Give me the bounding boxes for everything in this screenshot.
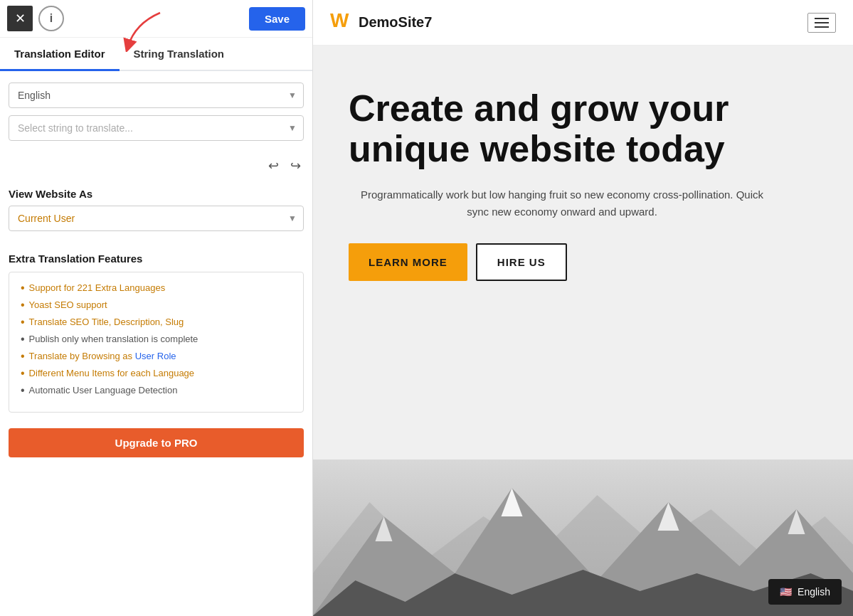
feature-text: Different Menu Items for each Language	[29, 368, 194, 378]
right-panel: W DemoSite7 Create and grow your unique …	[313, 0, 853, 616]
form-area: English ▼ Select string to translate... …	[0, 71, 312, 154]
site-header: W DemoSite7	[313, 0, 853, 46]
string-select[interactable]: Select string to translate...	[9, 115, 304, 141]
feature-item: Translate SEO Title, Description, Slug	[21, 317, 292, 328]
logo-icon: W	[330, 10, 353, 35]
view-as-select-wrapper: Current User ▼	[9, 206, 304, 231]
extra-features-title: Extra Translation Features	[9, 253, 304, 265]
features-box: Support for 221 Extra Languages Yoast SE…	[9, 272, 304, 413]
upgrade-button[interactable]: Upgrade to PRO	[9, 428, 304, 457]
redo-button[interactable]: ↪	[287, 156, 304, 175]
feature-item: Yoast SEO support	[21, 299, 292, 311]
tab-string-translation[interactable]: String Translation	[120, 38, 239, 70]
hamburger-button[interactable]	[807, 13, 836, 33]
tab-translation-editor[interactable]: Translation Editor	[0, 38, 120, 70]
view-as-select[interactable]: Current User	[9, 206, 304, 231]
flag-icon: 🇺🇸	[780, 586, 792, 598]
svg-text:W: W	[330, 10, 349, 30]
hire-us-button[interactable]: HIRE US	[476, 243, 567, 281]
hamburger-icon	[815, 18, 829, 28]
feature-item: Automatic User Language Detection	[21, 385, 292, 396]
feature-text: Publish only when translation is complet…	[29, 334, 198, 344]
feature-text: Yoast SEO support	[29, 299, 107, 310]
feature-item: Different Menu Items for each Language	[21, 368, 292, 379]
hero-section: Create and grow your unique website toda…	[313, 46, 853, 616]
feature-text: Support for 221 Extra Languages	[29, 282, 166, 293]
undo-redo-bar: ↩ ↪	[0, 154, 312, 181]
learn-more-button[interactable]: LEARN MORE	[349, 243, 467, 281]
features-list: Support for 221 Extra Languages Yoast SE…	[21, 282, 292, 396]
language-badge[interactable]: 🇺🇸 English	[768, 579, 842, 605]
logo-w-icon: W	[330, 10, 353, 30]
tabs-container: Translation Editor String Translation	[0, 38, 312, 71]
feature-item: Support for 221 Extra Languages	[21, 282, 292, 294]
feature-item: Translate by Browsing as User Role	[21, 351, 292, 362]
feature-text: Translate SEO Title, Description, Slug	[29, 317, 184, 327]
language-label: English	[798, 586, 830, 598]
feature-text: Automatic User Language Detection	[29, 385, 178, 395]
view-website-as-label: View Website As	[0, 181, 312, 206]
feature-text: Translate by Browsing as User Role	[29, 351, 176, 361]
feature-item: Publish only when translation is complet…	[21, 334, 292, 345]
hero-buttons: LEARN MORE HIRE US	[349, 243, 817, 281]
site-name: DemoSite7	[359, 14, 432, 31]
close-button[interactable]: ✕	[7, 6, 33, 31]
top-bar: ✕ i Save	[0, 0, 312, 38]
undo-button[interactable]: ↩	[265, 156, 282, 175]
view-as-area: Current User ▼	[0, 206, 312, 244]
string-select-wrapper: Select string to translate... ▼	[9, 115, 304, 141]
hero-subtitle: Programmatically work but low hanging fr…	[349, 186, 775, 221]
feature-highlight: User Role	[135, 351, 176, 361]
left-panel: ✕ i Save Translation Editor String Trans…	[0, 0, 313, 616]
language-select[interactable]: English	[9, 83, 304, 108]
extra-features-section: Extra Translation Features Support for 2…	[0, 244, 312, 418]
info-button[interactable]: i	[38, 6, 64, 31]
language-select-wrapper: English ▼	[9, 83, 304, 108]
save-button[interactable]: Save	[249, 7, 305, 31]
site-logo: W DemoSite7	[330, 10, 432, 35]
hero-title: Create and grow your unique website toda…	[349, 88, 817, 169]
